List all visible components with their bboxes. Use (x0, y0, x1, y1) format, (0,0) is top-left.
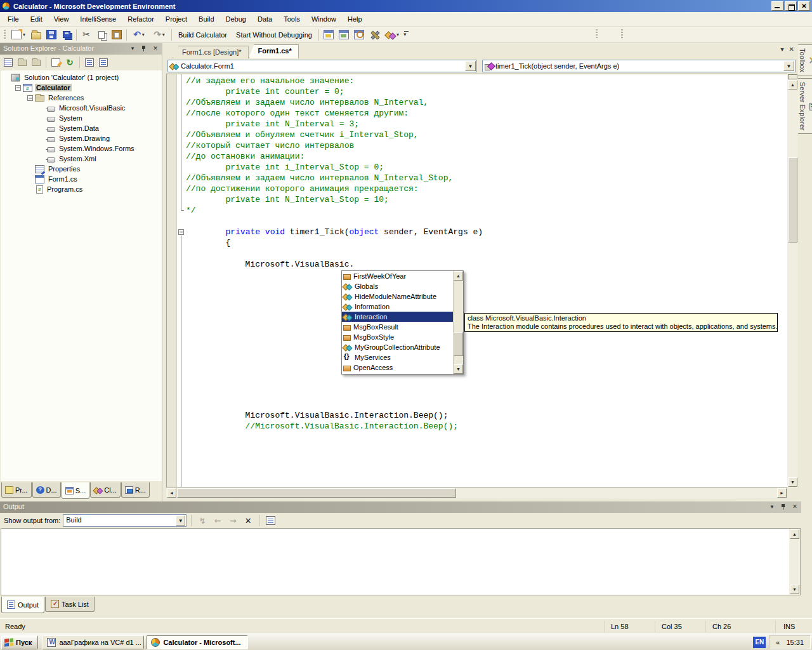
class-view-button[interactable]: ▾ (382, 28, 402, 42)
paste-button[interactable] (109, 28, 124, 42)
menu-item[interactable]: View (48, 13, 75, 25)
collapse-toggle-icon[interactable] (178, 229, 184, 235)
previous-message-icon[interactable]: ⇜ (211, 514, 224, 527)
window-position-menu-icon[interactable]: ▾ (768, 503, 776, 511)
object-browser-button[interactable] (351, 28, 367, 42)
intellisense-item[interactable]: Interaction (342, 312, 453, 322)
intellisense-item[interactable]: MsgBoxResult (342, 322, 453, 332)
intellisense-item[interactable]: Globals (342, 281, 453, 291)
selection-margin[interactable] (167, 74, 177, 488)
code-lines[interactable]: //и задаем его начальное значение: priva… (186, 76, 787, 432)
scrollbar-thumb[interactable] (788, 157, 797, 242)
scroll-down-icon[interactable]: ▼ (790, 585, 799, 594)
intellisense-item[interactable]: OpenAccess (342, 362, 453, 373)
bottom-panel-tab[interactable]: Task List (45, 597, 95, 612)
bottom-panel-tab[interactable]: Output (1, 597, 44, 613)
tree-item[interactable]: Form1.cs (1, 174, 162, 184)
view-object-browser-button[interactable] (97, 56, 110, 69)
tool-window-tab[interactable]: S... (62, 482, 90, 499)
save-button[interactable] (44, 28, 59, 42)
clear-all-icon[interactable]: ✕ (242, 514, 254, 527)
properties-window-button[interactable] (336, 28, 351, 42)
tree-item[interactable]: System.Windows.Forms (1, 143, 162, 154)
restore-button[interactable] (785, 1, 797, 11)
cut-button[interactable]: ✂ (79, 28, 94, 42)
window-position-menu-icon[interactable]: ▾ (128, 44, 137, 53)
tree-item[interactable]: System.Data (1, 123, 162, 133)
copy-button[interactable] (94, 28, 109, 42)
dropdown-arrow-icon[interactable]: ▼ (783, 61, 794, 71)
tree-item[interactable]: System (1, 113, 162, 123)
tree-item[interactable]: Properties (1, 164, 162, 174)
tool-window-tab[interactable]: R... (121, 482, 150, 498)
start-without-debugging-button[interactable]: Start Without Debugging (232, 28, 317, 42)
document-list-icon[interactable]: ▾ (781, 46, 784, 53)
output-source-combobox[interactable]: Build ▼ (63, 514, 187, 527)
redo-button[interactable]: ↷▾ (149, 28, 169, 42)
menu-item[interactable]: Build (193, 13, 219, 25)
toolbar-overflow-button[interactable] (402, 28, 411, 42)
intellisense-item[interactable]: Information (342, 302, 453, 312)
code-editing-surface[interactable]: //и задаем его начальное значение: priva… (166, 74, 787, 488)
members-combobox[interactable]: timer1_Tick(object sender, EventArgs e) … (482, 60, 796, 72)
tree-expander-icon[interactable] (27, 95, 33, 101)
scroll-down-icon[interactable]: ▼ (454, 364, 463, 374)
dropdown-arrow-icon[interactable]: ▼ (176, 515, 185, 526)
undo-button[interactable]: ↶▾ (129, 28, 149, 42)
auto-hide-pin-icon[interactable] (140, 44, 148, 53)
auto-hide-pin-icon[interactable] (779, 503, 788, 511)
word-wrap-icon[interactable] (264, 514, 277, 527)
close-button[interactable] (798, 1, 810, 11)
tree-expander-icon[interactable] (15, 85, 21, 91)
expand-folder-button[interactable] (30, 56, 43, 69)
scroll-up-icon[interactable]: ▲ (790, 529, 799, 539)
intellisense-item[interactable]: HideModuleNameAttribute (342, 291, 453, 302)
output-text-area[interactable]: ▲ ▼ (1, 528, 801, 595)
toolbar-grip[interactable] (621, 29, 623, 39)
scroll-up-icon[interactable]: ▲ (454, 271, 463, 281)
language-indicator[interactable]: EN (753, 637, 766, 648)
menu-item[interactable]: Tools (278, 13, 306, 25)
show-all-files-button[interactable] (16, 56, 29, 69)
menu-item[interactable]: File (2, 13, 25, 25)
toolbar-grip[interactable] (4, 30, 6, 40)
next-message-icon[interactable]: ⇝ (226, 514, 239, 527)
tree-item[interactable]: Microsoft.VisualBasic (1, 103, 162, 113)
taskbar-task-button[interactable]: Calculator - Microsoft... (147, 635, 248, 649)
autohide-tab[interactable]: Server Explorer (798, 78, 812, 134)
scrollbar-thumb[interactable] (177, 488, 456, 498)
solution-explorer-button[interactable] (321, 28, 336, 42)
build-calculator-button[interactable]: Build Calculator (174, 28, 232, 42)
editor-vertical-scrollbar[interactable]: ▲ ▼ (787, 74, 798, 488)
tool-window-tab[interactable]: D... (32, 482, 61, 498)
tree-item[interactable]: System.Drawing (1, 133, 162, 143)
document-tab[interactable]: Form1.cs* (249, 44, 299, 58)
scroll-left-icon[interactable]: ◄ (167, 488, 176, 498)
save-all-button[interactable] (59, 28, 74, 42)
menu-item[interactable]: IntelliSense (74, 13, 122, 25)
scroll-right-icon[interactable]: ► (777, 488, 787, 498)
menu-item[interactable]: Window (306, 13, 342, 25)
intellisense-item[interactable]: MsgBoxStyle (342, 332, 453, 342)
tree-item[interactable]: Calculator (1, 83, 162, 93)
scroll-down-icon[interactable]: ▼ (788, 477, 797, 487)
tree-item[interactable]: References (1, 93, 162, 103)
properties-button[interactable] (2, 56, 15, 69)
intellisense-item[interactable]: MyGroupCollectionAttribute (342, 342, 453, 352)
menu-item[interactable]: Data (252, 13, 278, 25)
intellisense-item[interactable]: FirstWeekOfYear (342, 271, 453, 281)
close-panel-icon[interactable]: ✕ (151, 44, 160, 53)
tray-chevron-icon[interactable]: « (776, 639, 780, 646)
tree-item[interactable]: Solution 'Calculator' (1 project) (1, 72, 162, 83)
refresh-button[interactable]: ↻ (63, 56, 76, 69)
view-code-button[interactable] (49, 56, 62, 69)
start-button[interactable]: Пуск (1, 635, 38, 649)
tree-item[interactable]: System.Xml (1, 154, 162, 164)
view-class-diagram-button[interactable] (83, 56, 96, 69)
intellisense-item[interactable]: MyServices (342, 352, 453, 362)
goto-message-icon[interactable]: ↯ (196, 514, 209, 527)
toolbox-button[interactable] (367, 28, 382, 42)
document-tab[interactable]: Form1.cs [Design]* (173, 46, 249, 58)
types-combobox[interactable]: Calculator.Form1 ▼ (167, 60, 477, 72)
close-document-icon[interactable]: ✕ (789, 46, 794, 53)
